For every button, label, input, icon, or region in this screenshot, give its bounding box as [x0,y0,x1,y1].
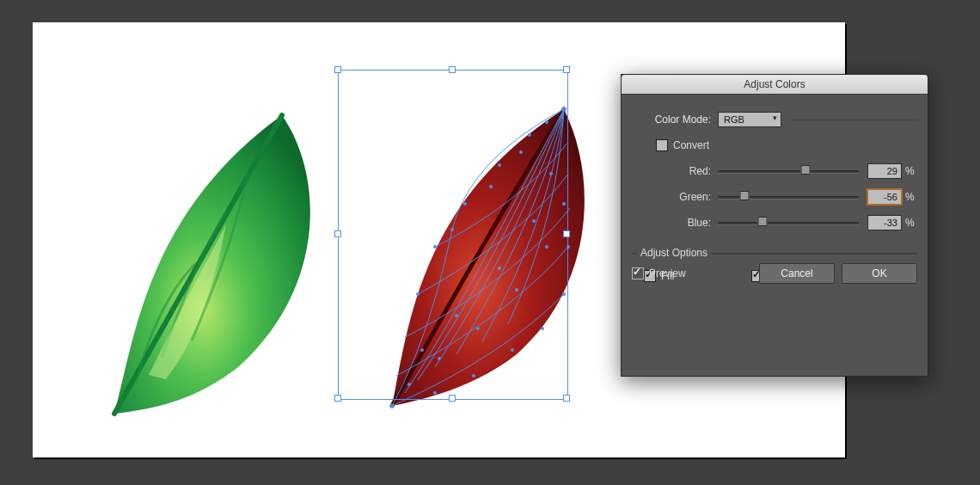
preview-label: Preview [649,267,686,279]
convert-label: Convert [673,139,709,151]
dialog-title[interactable]: Adjust Colors [622,75,928,95]
channel-row-green: Green:-56% [632,184,917,210]
selection-bounding-box[interactable] [338,70,568,400]
slider-thumb[interactable] [758,217,768,226]
dialog-body: Color Mode: RGB Convert Red:29%Green:-56… [622,95,928,292]
selection-handle[interactable] [334,66,341,73]
color-mode-select[interactable]: RGB [718,112,781,127]
channel-value-input[interactable]: -33 [867,215,902,230]
preview-checkbox[interactable] [632,267,644,279]
adjust-colors-dialog[interactable]: Adjust Colors Color Mode: RGB Convert Re… [621,74,928,377]
channel-row-blue: Blue:-33% [632,210,917,236]
selection-handle[interactable] [449,395,456,402]
color-mode-label: Color Mode: [632,114,718,126]
selection-handle[interactable] [563,230,570,237]
green-leaf [67,74,351,452]
svg-point-1 [390,404,395,408]
cancel-button[interactable]: Cancel [759,263,835,284]
percent-label: % [902,165,917,177]
convert-checkbox[interactable] [656,139,668,151]
selection-handle[interactable] [334,230,341,237]
app-stage: Adjust Colors Color Mode: RGB Convert Re… [0,0,980,485]
slider-thumb[interactable] [740,191,750,200]
channel-slider[interactable] [718,217,859,229]
selection-handle[interactable] [334,395,341,402]
ok-button[interactable]: OK [842,263,917,284]
selection-handle[interactable] [563,66,570,73]
channel-slider[interactable] [718,191,859,203]
separator [790,120,917,120]
channel-value-input[interactable]: -56 [867,189,902,205]
percent-label: % [902,191,917,203]
selection-handle[interactable] [563,395,570,402]
channel-row-red: Red:29% [632,158,917,184]
slider-thumb[interactable] [800,165,810,175]
channel-value-input[interactable]: 29 [867,163,902,179]
channel-label: Blue: [632,217,718,229]
channel-label: Red: [632,165,718,177]
channel-slider[interactable] [718,165,859,177]
selection-handle[interactable] [449,66,456,73]
percent-label: % [902,217,917,229]
channel-label: Green: [632,191,718,203]
color-mode-value: RGB [724,114,744,125]
